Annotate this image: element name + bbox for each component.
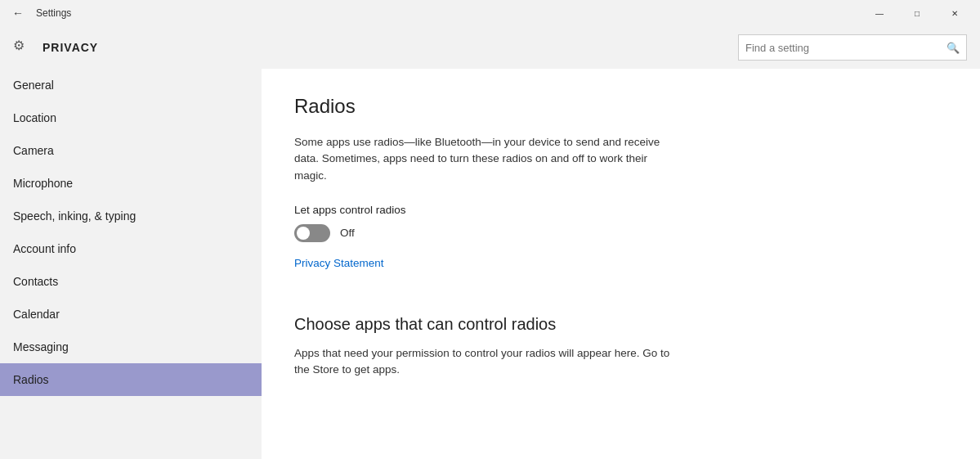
header-left: ⚙ PRIVACY	[13, 38, 98, 57]
search-box[interactable]: 🔍	[738, 34, 967, 61]
title-bar-left: ← Settings	[7, 2, 71, 25]
maximize-button[interactable]: □	[898, 0, 936, 26]
privacy-statement-link[interactable]: Privacy Statement	[294, 257, 384, 269]
content-area: Radios Some apps use radios—like Bluetoo…	[262, 69, 980, 459]
sidebar-item[interactable]: Calendar	[0, 298, 262, 331]
sidebar-item[interactable]: Camera	[0, 134, 262, 167]
search-input[interactable]	[745, 42, 946, 54]
sidebar-item[interactable]: Contacts	[0, 265, 262, 298]
sidebar-item[interactable]: Account info	[0, 232, 262, 265]
back-button[interactable]: ←	[7, 2, 29, 25]
title-bar-title: Settings	[36, 7, 71, 19]
toggle-knob	[297, 227, 310, 240]
page-description: Some apps use radios—like Bluetooth—in y…	[294, 134, 670, 184]
title-bar-controls: — □ ✕	[861, 0, 973, 26]
sidebar-item[interactable]: Messaging	[0, 331, 262, 363]
search-icon[interactable]: 🔍	[946, 42, 960, 54]
section-title: Choose apps that can control radios	[294, 315, 947, 334]
radios-toggle[interactable]	[294, 224, 330, 242]
sidebar: GeneralLocationCameraMicrophoneSpeech, i…	[0, 69, 262, 459]
section-description: Apps that need your permission to contro…	[294, 345, 670, 379]
privacy-icon: ⚙	[13, 38, 33, 57]
toggle-row: Off	[294, 224, 947, 242]
control-label: Let apps control radios	[294, 204, 947, 216]
sidebar-item[interactable]: Microphone	[0, 167, 262, 200]
title-bar: ← Settings — □ ✕	[0, 0, 980, 26]
sidebar-item[interactable]: General	[0, 69, 262, 101]
header: ⚙ PRIVACY 🔍	[0, 26, 980, 69]
sidebar-item[interactable]: Speech, inking, & typing	[0, 200, 262, 232]
toggle-state-label: Off	[340, 227, 355, 239]
close-button[interactable]: ✕	[936, 0, 973, 26]
minimize-button[interactable]: —	[861, 0, 898, 26]
main-layout: GeneralLocationCameraMicrophoneSpeech, i…	[0, 69, 980, 459]
page-title: Radios	[294, 95, 947, 118]
sidebar-item[interactable]: Location	[0, 101, 262, 134]
header-title: PRIVACY	[43, 41, 98, 54]
sidebar-item[interactable]: Radios	[0, 363, 262, 396]
